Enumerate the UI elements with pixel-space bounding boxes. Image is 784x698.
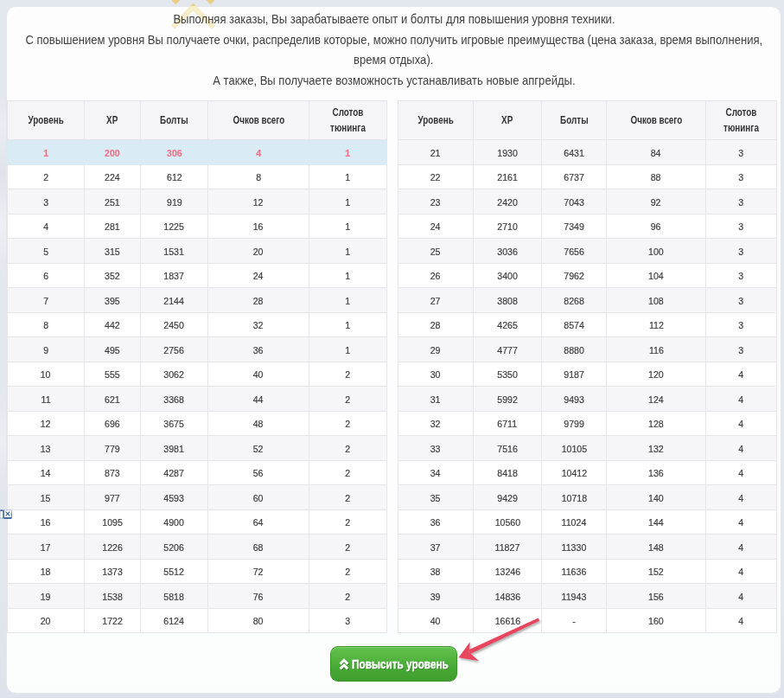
table-cell: 112 <box>607 312 706 337</box>
table-cell: 96 <box>607 214 706 239</box>
table-row: 2427107349963 <box>398 214 777 239</box>
table-cell: 8418 <box>474 460 542 485</box>
intro-line-1: Выполняя заказы, Вы зарабатываете опыт и… <box>7 10 781 30</box>
table-row: 3610560110241444 <box>398 509 777 535</box>
table-cell: 10560 <box>474 509 542 535</box>
table-cell: 2144 <box>141 288 208 313</box>
column-header: XP <box>85 101 141 140</box>
table-cell: 9429 <box>474 485 542 510</box>
table-cell: 6737 <box>542 164 607 189</box>
table-row: 159774593602 <box>8 485 387 510</box>
table-cell: 8 <box>8 312 85 337</box>
table-cell: 33 <box>398 436 474 461</box>
table-cell: 1 <box>309 312 387 337</box>
table-cell: 29 <box>398 337 474 362</box>
table-cell: 120 <box>607 362 706 387</box>
table-cell: 17 <box>8 535 85 560</box>
table-row: 73952144281 <box>8 288 387 313</box>
table-cell: 4777 <box>474 337 542 362</box>
table-cell: 136 <box>607 460 706 485</box>
table-cell: 1 <box>309 288 387 313</box>
table-row: 1610954900642 <box>8 509 387 535</box>
table-cell: 3 <box>706 214 777 239</box>
intro-line-3-text: А также, Вы получаете возможность устана… <box>213 71 575 92</box>
table-cell: 37 <box>398 535 474 560</box>
level-up-button-label: Повысить уровень <box>352 656 425 672</box>
table-row: 105553062402 <box>8 362 387 387</box>
table-cell: 8880 <box>542 337 607 362</box>
table-cell: 442 <box>85 312 141 337</box>
table-row: 2324207043923 <box>398 189 777 215</box>
table-cell: 1 <box>309 140 387 165</box>
table-cell: 11 <box>8 387 85 412</box>
table-cell: 3 <box>706 239 777 264</box>
table-cell: 18 <box>8 559 85 584</box>
table-cell: 779 <box>85 436 141 461</box>
table-cell: 8268 <box>542 288 607 313</box>
table-cell: 34 <box>398 460 474 485</box>
table-cell: 315 <box>85 239 141 264</box>
table-cell: 2 <box>309 411 387 436</box>
column-header: Очков всего <box>208 101 309 140</box>
column-header: Болты <box>542 101 607 140</box>
table-cell: 21 <box>398 140 474 165</box>
table-cell: 281 <box>85 214 141 239</box>
table-cell: 12 <box>208 189 309 215</box>
intro-line-2b: время отдыха). <box>7 50 781 71</box>
table-cell: 1 <box>309 214 387 239</box>
table-cell: 3 <box>706 312 777 337</box>
watermark-chevron-upper <box>174 0 213 3</box>
table-row: 84422450321 <box>8 312 387 337</box>
table-cell: 9799 <box>542 411 607 436</box>
table-cell: 140 <box>607 485 706 510</box>
levels-table-21-40: УровеньXPБолтыОчков всегоСлотов тюнинга … <box>398 100 777 633</box>
table-cell: 5512 <box>141 559 208 584</box>
table-cell: 20 <box>208 239 309 264</box>
table-row: 2017226124803 <box>8 608 387 633</box>
table-cell: 148 <box>607 535 706 560</box>
column-header: Уровень <box>8 101 85 140</box>
table-cell: 11024 <box>542 509 607 535</box>
table-cell: 144 <box>607 509 706 535</box>
table-cell: 4287 <box>141 460 208 485</box>
table-cell: 152 <box>607 559 706 584</box>
table-cell: 696 <box>85 411 141 436</box>
column-header: Слотов тюнинга <box>309 101 387 140</box>
table-cell: 2 <box>309 387 387 412</box>
table-cell: 2 <box>309 362 387 387</box>
level-up-button[interactable]: Повысить уровень <box>330 646 457 682</box>
table-cell: 2 <box>309 460 387 485</box>
table-row: 116213368442 <box>8 387 387 412</box>
table-cell: 3675 <box>141 411 208 436</box>
button-row: Повысить уровень <box>7 646 781 682</box>
table-cell: 3036 <box>474 239 542 264</box>
table-cell: 4265 <box>474 312 542 337</box>
table-cell: 873 <box>85 460 141 485</box>
table-row: 27380882681083 <box>398 288 777 313</box>
table-cell: 1722 <box>85 608 141 633</box>
broken-image-icon <box>0 509 13 519</box>
levels-table-1-20: УровеньXPБолтыОчков всегоСлотов тюнинга … <box>7 100 387 633</box>
table-cell: 4 <box>706 387 777 412</box>
table-cell: 132 <box>607 436 706 461</box>
table-cell: 11636 <box>542 559 607 584</box>
table-cell: 5206 <box>141 535 208 560</box>
table-cell: 7516 <box>474 436 542 461</box>
table-cell: 2161 <box>474 164 542 189</box>
table-cell: 32 <box>398 411 474 436</box>
table-cell: 555 <box>85 362 141 387</box>
table-cell: 3 <box>706 140 777 165</box>
table-cell: 13246 <box>474 559 542 584</box>
table-cell: 4 <box>706 485 777 510</box>
table-cell: 26 <box>398 263 474 288</box>
table-cell: 11330 <box>542 535 607 560</box>
table-row: 126963675482 <box>8 411 387 436</box>
table-cell: 24 <box>208 263 309 288</box>
table-cell: 4 <box>706 535 777 560</box>
intro-line-2b-text: время отдыха). <box>354 50 433 71</box>
table-cell: 3 <box>309 608 387 633</box>
table-cell: 56 <box>208 460 309 485</box>
table-row: 337516101051324 <box>398 436 777 461</box>
table-cell: 36 <box>398 509 474 535</box>
table-cell: 28 <box>208 288 309 313</box>
